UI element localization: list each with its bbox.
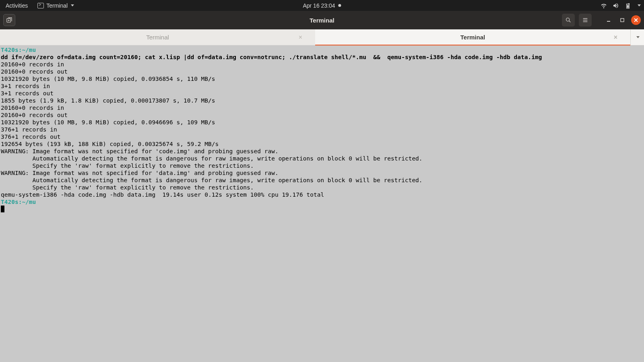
output-line: Automatically detecting the format is da… (1, 177, 423, 183)
terminal-icon (37, 3, 44, 8)
output-line: 3+1 records in (1, 83, 50, 89)
volume-icon (613, 2, 619, 9)
output-line: qemu-system-i386 -hda code.img -hdb data… (1, 191, 324, 198)
output-line: 20160+0 records out (1, 68, 68, 75)
minimize-icon (606, 18, 611, 23)
output-line: 10321920 bytes (10 MB, 9.8 MiB) copied, … (1, 119, 215, 125)
output-line: 3+1 records out (1, 90, 54, 97)
clock[interactable]: Apr 16 23:04 (303, 2, 341, 9)
wifi-icon (601, 2, 607, 9)
output-line: Specify the 'raw' format explicitly to r… (1, 162, 254, 169)
output-line: 192654 bytes (193 kB, 188 KiB) copied, 0… (1, 141, 219, 147)
close-icon (634, 18, 638, 23)
battery-icon (625, 2, 631, 9)
maximize-button[interactable] (617, 15, 627, 25)
output-line: WARNING: Image format was not specified … (1, 170, 279, 176)
shell-prompt: T420s:~/mu (1, 199, 36, 205)
tab-label: Terminal (460, 34, 485, 41)
output-line: 1855 bytes (1.9 kB, 1.8 KiB) copied, 0.0… (1, 97, 215, 104)
output-line: WARNING: Image format was not specified … (1, 148, 279, 154)
notification-dot-icon (339, 4, 341, 7)
output-line: Automatically detecting the format is da… (1, 155, 423, 162)
shell-command: dd if=/dev/zero of=data.img count=20160;… (1, 54, 542, 60)
hamburger-icon (582, 17, 588, 23)
svg-point-1 (566, 18, 570, 21)
output-line: 20160+0 records in (1, 105, 64, 111)
output-line: 376+1 records in (1, 126, 57, 133)
search-button[interactable] (562, 14, 575, 27)
app-menu[interactable]: Terminal (37, 2, 74, 9)
output-line: 20160+0 records in (1, 61, 64, 68)
minimize-button[interactable] (604, 15, 613, 25)
new-tab-button[interactable] (3, 14, 15, 26)
cursor-icon (1, 206, 4, 212)
tab-overflow-button[interactable] (630, 29, 644, 45)
tab-terminal-1[interactable]: Terminal × (0, 29, 315, 45)
search-icon (565, 17, 572, 23)
app-menu-label: Terminal (46, 2, 68, 9)
terminal-viewport[interactable]: T420s:~/mu dd if=/dev/zero of=data.img c… (0, 45, 644, 362)
svg-rect-2 (621, 19, 624, 22)
tab-close-button[interactable]: × (614, 34, 617, 41)
datetime-label: Apr 16 23:04 (303, 2, 335, 9)
system-tray[interactable] (601, 2, 641, 9)
shell-prompt: T420s:~/mu (1, 47, 36, 53)
window-title: Terminal (310, 17, 334, 24)
tab-terminal-2[interactable]: Terminal × (315, 29, 630, 45)
tab-close-button[interactable]: × (299, 34, 302, 41)
output-line: 20160+0 records out (1, 112, 68, 118)
chevron-down-icon (638, 4, 641, 6)
gnome-top-bar: Activities Terminal Apr 16 23:04 (0, 0, 644, 11)
output-line: 10321920 bytes (10 MB, 9.8 MiB) copied, … (1, 76, 215, 82)
window-titlebar: Terminal (0, 11, 644, 29)
tab-label: Terminal (146, 34, 169, 41)
output-line: Specify the 'raw' format explicitly to r… (1, 184, 254, 191)
activities-button[interactable]: Activities (3, 2, 30, 9)
close-button[interactable] (631, 15, 641, 25)
maximize-icon (620, 18, 625, 23)
hamburger-menu-button[interactable] (579, 14, 592, 27)
chevron-down-icon (71, 4, 74, 6)
output-line: 376+1 records out (1, 134, 60, 140)
tab-bar: Terminal × Terminal × (0, 29, 644, 45)
chevron-down-icon (636, 36, 640, 38)
new-tab-icon (6, 17, 12, 23)
